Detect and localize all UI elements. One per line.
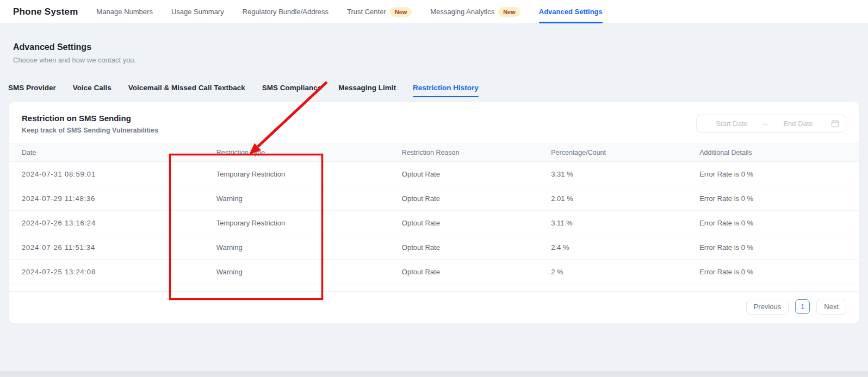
nav-items: Manage NumbersUsage SummaryRegulatory Bu… bbox=[97, 0, 603, 23]
nav-item-manage-numbers[interactable]: Manage Numbers bbox=[97, 0, 153, 23]
nav-item-label: Usage Summary bbox=[171, 8, 224, 16]
cell-restriction-reason: Optout Rate bbox=[402, 268, 551, 276]
column-header-percentage-count: Percentage/Count bbox=[551, 149, 699, 156]
cell-additional-details: Error Rate is 0 % bbox=[699, 194, 846, 203]
settings-tabbar: SMS ProviderVoice CallsVoicemail & Misse… bbox=[0, 84, 868, 97]
cell-date: 2024-07-26 13:16:24 bbox=[22, 219, 216, 227]
card-title: Restriction on SMS Sending bbox=[22, 114, 158, 123]
nav-item-advanced-settings[interactable]: Advanced Settings bbox=[539, 0, 603, 23]
previous-page-button[interactable]: Previous bbox=[746, 299, 789, 315]
end-date-placeholder[interactable]: End Date bbox=[770, 120, 827, 128]
top-nav: Phone System Manage NumbersUsage Summary… bbox=[0, 0, 868, 24]
cell-date: 2024-07-25 13:24:08 bbox=[22, 268, 216, 276]
range-arrow-icon: → bbox=[760, 120, 770, 128]
column-header-additional-details: Additional Details bbox=[699, 149, 846, 156]
nav-item-label: Advanced Settings bbox=[539, 8, 603, 16]
date-range-picker[interactable]: Start Date → End Date bbox=[696, 115, 846, 133]
nav-item-regulatory-bundle-address[interactable]: Regulatory Bundle/Address bbox=[243, 0, 328, 23]
tab-sms-provider[interactable]: SMS Provider bbox=[8, 84, 56, 97]
card-header-text: Restriction on SMS Sending Keep track of… bbox=[22, 114, 158, 134]
page-header: Advanced Settings Choose when and how we… bbox=[0, 24, 868, 64]
cell-percentage-count: 2 % bbox=[551, 268, 699, 276]
page-number-button[interactable]: 1 bbox=[795, 299, 810, 314]
next-page-button[interactable]: Next bbox=[816, 299, 846, 315]
cell-restriction-reason: Optout Rate bbox=[402, 243, 551, 252]
cell-restriction-type: Warning bbox=[216, 194, 402, 203]
nav-item-messaging-analytics[interactable]: Messaging AnalyticsNew bbox=[430, 0, 520, 23]
cell-restriction-type: Temporary Restriction bbox=[216, 170, 402, 178]
tab-sms-compliance[interactable]: SMS Compliance bbox=[262, 84, 322, 97]
cell-restriction-type: Warning bbox=[216, 243, 402, 252]
tab-restriction-history[interactable]: Restriction History bbox=[413, 84, 479, 97]
cell-restriction-reason: Optout Rate bbox=[402, 170, 551, 178]
calendar-icon[interactable] bbox=[831, 120, 839, 128]
nav-item-trust-center[interactable]: Trust CenterNew bbox=[347, 0, 412, 23]
cell-percentage-count: 2.01 % bbox=[551, 194, 699, 203]
nav-item-label: Messaging Analytics bbox=[430, 8, 494, 16]
page-title: Advanced Settings bbox=[13, 42, 855, 52]
nav-item-label: Manage Numbers bbox=[97, 8, 153, 16]
cell-date: 2024-07-31 08:59:01 bbox=[22, 170, 216, 178]
table-header-row: DateRestriction TypeRestriction ReasonPe… bbox=[9, 143, 859, 162]
table-row: 2024-07-26 11:51:34WarningOptout Rate2.4… bbox=[9, 235, 859, 260]
cell-restriction-reason: Optout Rate bbox=[402, 194, 551, 203]
cell-restriction-reason: Optout Rate bbox=[402, 219, 551, 227]
card-header: Restriction on SMS Sending Keep track of… bbox=[9, 102, 859, 143]
cell-additional-details: Error Rate is 0 % bbox=[699, 219, 846, 227]
cell-restriction-type: Temporary Restriction bbox=[216, 219, 402, 227]
app-title: Phone System bbox=[13, 7, 78, 17]
column-header-restriction-type: Restriction Type bbox=[216, 149, 402, 156]
table-row: 2024-07-26 13:16:24Temporary Restriction… bbox=[9, 211, 859, 235]
pagination: Previous 1 Next bbox=[9, 291, 859, 315]
start-date-placeholder[interactable]: Start Date bbox=[703, 120, 760, 128]
table-row: 2024-07-25 13:24:08WarningOptout Rate2 %… bbox=[9, 260, 859, 284]
cell-additional-details: Error Rate is 0 % bbox=[699, 268, 846, 276]
new-badge: New bbox=[498, 7, 520, 17]
cell-percentage-count: 3.31 % bbox=[551, 170, 699, 178]
column-header-restriction-reason: Restriction Reason bbox=[402, 149, 551, 156]
page-subtitle: Choose when and how we contact you. bbox=[13, 56, 855, 64]
cell-additional-details: Error Rate is 0 % bbox=[699, 170, 846, 178]
cell-date: 2024-07-26 11:51:34 bbox=[22, 243, 216, 252]
tab-voice-calls[interactable]: Voice Calls bbox=[73, 84, 111, 97]
nav-item-label: Regulatory Bundle/Address bbox=[243, 8, 328, 16]
cell-additional-details: Error Rate is 0 % bbox=[699, 243, 846, 252]
cell-restriction-type: Warning bbox=[216, 268, 402, 276]
cell-percentage-count: 2.4 % bbox=[551, 243, 699, 252]
table-row: 2024-07-29 11:48:36WarningOptout Rate2.0… bbox=[9, 186, 859, 211]
nav-item-label: Trust Center bbox=[347, 8, 386, 16]
nav-item-usage-summary[interactable]: Usage Summary bbox=[171, 0, 224, 23]
tab-messaging-limit[interactable]: Messaging Limit bbox=[338, 84, 396, 97]
table-body: 2024-07-31 08:59:01Temporary Restriction… bbox=[9, 162, 859, 284]
tab-voicemail-missed-call-textback[interactable]: Voicemail & Missed Call Textback bbox=[128, 84, 245, 97]
cell-percentage-count: 3.11 % bbox=[551, 219, 699, 227]
viewport-bottom-edge bbox=[0, 371, 868, 377]
card-subtitle: Keep track of SMS Sending Vulnerabilitie… bbox=[22, 127, 158, 134]
column-header-date: Date bbox=[22, 149, 216, 156]
cell-date: 2024-07-29 11:48:36 bbox=[22, 194, 216, 203]
restriction-history-card: Restriction on SMS Sending Keep track of… bbox=[8, 102, 860, 324]
new-badge: New bbox=[390, 7, 412, 17]
table-row: 2024-07-31 08:59:01Temporary Restriction… bbox=[9, 162, 859, 186]
